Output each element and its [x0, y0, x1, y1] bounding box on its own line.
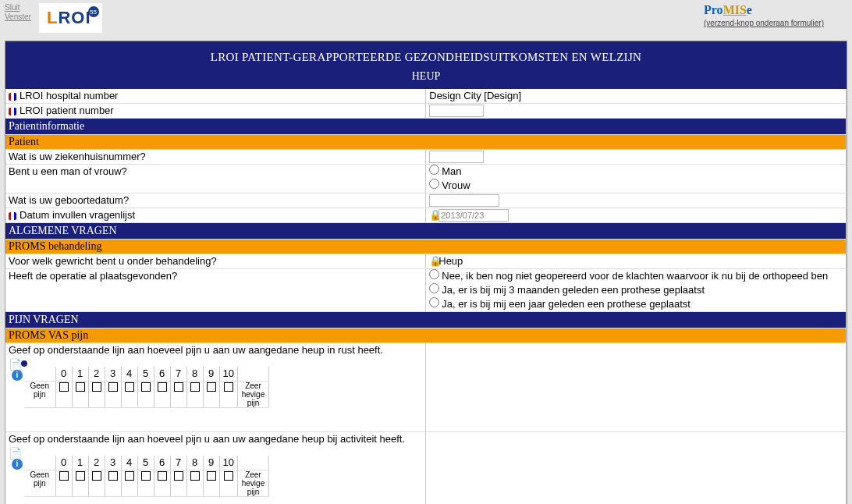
scale-checkbox[interactable] — [125, 471, 134, 481]
scale-cap-right: Zeerhevigepijn — [237, 382, 268, 408]
scale-checkbox[interactable] — [224, 382, 233, 392]
info-icon[interactable]: i — [12, 459, 23, 470]
dot-icon — [21, 360, 27, 367]
flag-icon — [9, 93, 16, 101]
logo-badge-icon: 55 — [88, 6, 99, 17]
filldate-input[interactable] — [438, 209, 509, 222]
scale-number: 10 — [219, 456, 237, 470]
row-hospital-number-value: Design City [Design] — [426, 89, 847, 104]
promise-logo: ProMISe — [704, 3, 824, 17]
info-icon[interactable]: i — [12, 370, 23, 381]
q-gender: Bent u een man of vrouw? — [5, 165, 426, 193]
row-hospital-number-label: LROI hospital number — [5, 89, 426, 104]
scale-checkbox[interactable] — [59, 471, 69, 481]
subsection-vas-pain: PROMS VAS pijn — [5, 328, 846, 343]
scale-checkbox[interactable] — [158, 382, 167, 392]
scale-number: 6 — [154, 367, 170, 382]
scale-number: 3 — [105, 456, 121, 470]
scale-checkbox[interactable] — [207, 382, 216, 392]
scale-checkbox[interactable] — [108, 382, 118, 392]
scale-checkbox[interactable] — [59, 382, 69, 392]
form-title-band: LROI PATIENT-GERAPPORTEERDE GEZONDHEIDSU… — [5, 41, 847, 89]
submit-hint-link[interactable]: (verzend-knop onderaan formulier) — [704, 19, 824, 27]
scale-checkbox[interactable] — [207, 471, 216, 481]
q-operated: Heeft de operatie al plaatsgevonden? — [5, 269, 426, 312]
scale-cap-right: Zeerhevigepijn — [237, 470, 268, 497]
scale-number: 2 — [88, 456, 105, 470]
subsection-proms-treatment: PROMS behandeling — [5, 240, 846, 254]
close-line2: Venster — [5, 12, 31, 22]
q-dob: Wat is uw geboortedatum? — [5, 193, 426, 208]
scale-number: 2 — [88, 367, 105, 382]
scale-number: 5 — [137, 456, 154, 470]
scale-number: 10 — [219, 367, 237, 382]
scale-number: 9 — [203, 367, 219, 382]
scale-number: 9 — [203, 456, 219, 470]
scale-checkbox[interactable] — [125, 382, 134, 392]
form-subtitle: HEUP — [12, 70, 840, 83]
q-pain-rest: Geef op onderstaande lijn aan hoeveel pi… — [5, 343, 426, 432]
lock-icon: 🔒 — [429, 208, 437, 222]
subsection-patient: Patient — [5, 135, 846, 149]
scale-checkbox[interactable] — [174, 471, 183, 481]
q-filldate: Datum invullen vragenlijst — [5, 208, 426, 223]
joint-value: 🔒Heup — [426, 254, 847, 269]
scale-number: 1 — [72, 367, 88, 382]
q-joint: Voor welk gewricht bent u onder behandel… — [5, 254, 426, 269]
section-patientinfo: Patientinformatie — [5, 119, 846, 134]
scale-number: 8 — [186, 367, 203, 382]
scale-checkbox[interactable] — [141, 382, 151, 392]
scale-number: 4 — [121, 456, 137, 470]
q-hospital-number: Wat is uw ziekenhuisnummer? — [5, 150, 426, 165]
scale-number: 7 — [170, 456, 186, 470]
section-pain: PIJN VRAGEN — [5, 312, 846, 328]
scale-number: 7 — [170, 367, 186, 382]
gender-female-option[interactable]: Vrouw — [429, 179, 843, 193]
close-window-link[interactable]: Sluit Venster — [5, 3, 31, 22]
scale-checkbox[interactable] — [190, 471, 200, 481]
op-option-2[interactable]: Ja, er is bij mij 3 maanden geleden een … — [429, 283, 843, 297]
scale-cap-left: Geenpijn — [24, 382, 55, 408]
scale-checkbox[interactable] — [190, 382, 200, 392]
flag-icon — [9, 108, 16, 115]
dob-input[interactable] — [429, 194, 499, 207]
op-option-3[interactable]: Ja, er is bij mij een jaar geleden een p… — [429, 297, 843, 311]
vas-scale-activity[interactable]: 📄 i 012345678910GeenpijnZeerhevigepijn — [5, 446, 425, 504]
scale-number: 6 — [154, 456, 170, 470]
hospital-number-input[interactable] — [429, 151, 484, 163]
lroi-logo: LROI 55 — [39, 3, 102, 33]
scale-checkbox[interactable] — [158, 471, 167, 481]
patient-number-input[interactable] — [429, 105, 484, 117]
lock-icon: 🔒 — [429, 254, 437, 268]
row-patient-number-label: LROI patient number — [5, 104, 426, 119]
op-option-1[interactable]: Nee, ik ben nog niet geopereerd voor de … — [429, 269, 843, 283]
close-line1: Sluit — [5, 3, 31, 12]
scale-number: 0 — [55, 367, 72, 382]
scale-checkbox[interactable] — [76, 382, 85, 392]
section-general: ALGEMENE VRAGEN — [5, 223, 846, 239]
vas-scale-rest[interactable]: 📄 i 012345678910GeenpijnZeerhevigepijn — [5, 357, 425, 431]
scale-number: 0 — [55, 456, 72, 470]
scale-number: 1 — [72, 456, 88, 470]
scale-checkbox[interactable] — [174, 382, 183, 392]
scale-cap-left: Geenpijn — [24, 470, 55, 497]
scale-number: 3 — [105, 367, 121, 382]
scale-checkbox[interactable] — [141, 471, 151, 481]
scale-checkbox[interactable] — [92, 471, 101, 481]
scale-number: 8 — [186, 456, 203, 470]
scale-checkbox[interactable] — [224, 471, 233, 481]
q-pain-activity: Geef op onderstaande lijn aan hoeveel pi… — [5, 432, 426, 505]
form-title: LROI PATIENT-GERAPPORTEERDE GEZONDHEIDSU… — [12, 51, 840, 64]
scale-checkbox[interactable] — [92, 382, 101, 392]
scale-number: 5 — [137, 367, 154, 382]
gender-male-option[interactable]: Man — [429, 165, 843, 179]
flag-icon — [9, 212, 16, 220]
scale-number: 4 — [121, 367, 137, 382]
scale-checkbox[interactable] — [76, 471, 85, 481]
scale-checkbox[interactable] — [108, 471, 118, 481]
